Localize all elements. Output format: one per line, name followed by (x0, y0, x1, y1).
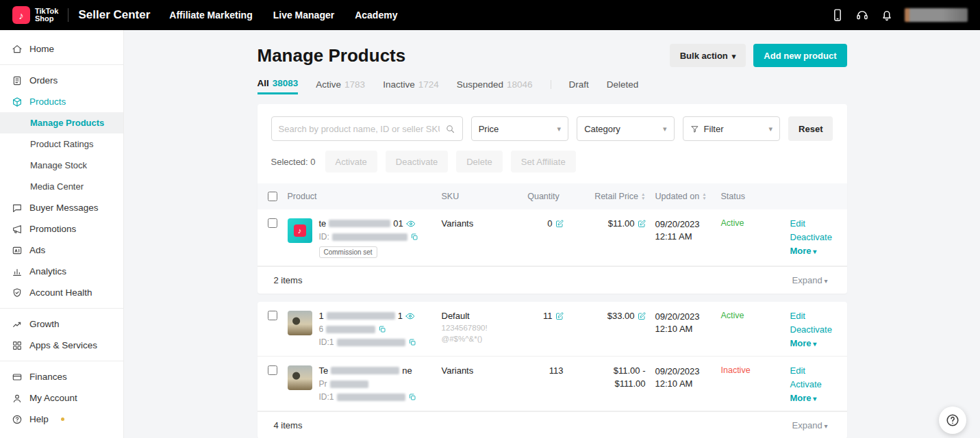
mobile-app-icon[interactable] (831, 8, 844, 22)
sidebar-item-home[interactable]: Home (0, 38, 123, 60)
select-all-checkbox[interactable] (268, 192, 277, 201)
copy-icon[interactable] (408, 338, 416, 346)
nav-live-manager[interactable]: Live Manager (273, 10, 334, 21)
seller-center-title: Seller Center (78, 8, 150, 22)
reset-button[interactable]: Reset (788, 116, 833, 141)
sidebar-label: Media Center (30, 181, 84, 192)
orders-icon (12, 75, 23, 86)
selected-label: Selected: 0 (271, 157, 316, 167)
filter-dropdown[interactable]: Filter (683, 116, 780, 141)
sidebar-item-manage-products[interactable]: Manage Products (0, 112, 123, 133)
sidebar-item-buyer-messages[interactable]: Buyer Messages (0, 197, 123, 218)
tab-active[interactable]: Active1783 (316, 74, 365, 94)
product-name: 11 (319, 311, 416, 321)
tab-inactive[interactable]: Inactive1724 (383, 74, 439, 94)
sort-icon[interactable] (702, 192, 706, 201)
product-id: ID:1 (319, 392, 416, 402)
eye-preview-icon[interactable] (406, 219, 416, 229)
add-product-label: Add new product (764, 51, 836, 61)
search-icon[interactable] (445, 124, 455, 134)
growth-icon (12, 319, 23, 330)
quantity-cell: 113 (523, 365, 565, 376)
status-tabs: All38083 Active1783 Inactive1724 Suspend… (257, 74, 847, 94)
bell-notifications-icon[interactable] (880, 8, 894, 22)
sidebar-item-promotions[interactable]: Promotions (0, 218, 123, 240)
sidebar-item-products[interactable]: Products (0, 91, 123, 112)
divider (0, 308, 123, 309)
more-link[interactable]: More (790, 393, 847, 403)
sidebar-label: Home (29, 44, 54, 54)
more-link[interactable]: More (790, 246, 847, 256)
search-input[interactable] (279, 124, 440, 134)
category-dropdown[interactable]: Category (577, 116, 674, 141)
price-dropdown[interactable]: Price (471, 116, 568, 141)
expand-toggle[interactable]: Expand (792, 420, 828, 430)
sidebar: Home Orders Products Manage Products Pro… (0, 30, 124, 438)
tab-draft[interactable]: Draft (569, 74, 589, 94)
copy-icon[interactable] (378, 325, 386, 333)
eye-preview-icon[interactable] (405, 311, 415, 321)
edit-link[interactable]: Edit (790, 365, 847, 376)
account-name-redacted[interactable] (905, 8, 968, 22)
sidebar-label: Promotions (29, 224, 76, 234)
sku-value: Default (442, 311, 523, 321)
sidebar-item-analytics[interactable]: Analytics (0, 261, 123, 282)
edit-quantity-icon[interactable] (555, 312, 564, 320)
logo-line2: Shop (35, 15, 58, 23)
headset-support-icon[interactable] (855, 8, 869, 22)
sidebar-item-growth[interactable]: Growth (0, 313, 123, 335)
row-checkbox[interactable] (268, 365, 277, 375)
top-navigation: Affiliate Marketing Live Manager Academy (169, 10, 397, 21)
card-icon (12, 372, 23, 383)
sidebar-item-apps-services[interactable]: Apps & Services (0, 335, 123, 356)
apps-grid-icon (12, 340, 23, 351)
add-new-product-button[interactable]: Add new product (753, 44, 846, 67)
tab-suspended[interactable]: Suspended18046 (457, 74, 533, 94)
sidebar-item-my-account[interactable]: My Account (0, 387, 123, 409)
tiktok-shop-logo[interactable]: ♪ TikTok Shop (12, 6, 58, 24)
sidebar-item-finances[interactable]: Finances (0, 366, 123, 387)
row-checkbox[interactable] (268, 311, 277, 320)
sidebar-item-orders[interactable]: Orders (0, 70, 123, 91)
redacted-text (337, 339, 405, 346)
tab-all[interactable]: All38083 (257, 74, 299, 94)
activate-button[interactable]: Activate (325, 151, 377, 172)
edit-price-icon[interactable] (638, 220, 646, 228)
chevron-down-icon (769, 125, 773, 133)
edit-quantity-icon[interactable] (555, 220, 564, 228)
help-floating-button[interactable] (939, 407, 966, 434)
copy-icon[interactable] (410, 233, 418, 241)
expand-toggle[interactable]: Expand (792, 275, 828, 285)
deactivate-button[interactable]: Deactivate (386, 151, 448, 172)
nav-affiliate-marketing[interactable]: Affiliate Marketing (169, 10, 252, 21)
redacted-text (330, 381, 368, 388)
row-checkbox[interactable] (268, 218, 277, 228)
product-subline: Pr (319, 379, 416, 389)
sidebar-item-account-health[interactable]: Account Health (0, 282, 123, 303)
sidebar-item-help[interactable]: Help (0, 409, 123, 430)
sidebar-item-media-center[interactable]: Media Center (0, 176, 123, 197)
sidebar-item-manage-stock[interactable]: Manage Stock (0, 155, 123, 176)
activate-link[interactable]: Activate (790, 379, 847, 389)
product-name: Tene (319, 365, 416, 376)
price-cell: $11.00 (565, 218, 646, 229)
copy-icon[interactable] (408, 393, 416, 401)
deactivate-link[interactable]: Deactivate (790, 232, 847, 242)
sidebar-label: My Account (29, 393, 77, 403)
tab-deleted[interactable]: Deleted (607, 74, 639, 94)
more-link[interactable]: More (790, 338, 847, 348)
col-retail-price: Retail Price (565, 192, 646, 201)
status-badge: Inactive (714, 365, 779, 375)
delete-button[interactable]: Delete (456, 151, 503, 172)
edit-link[interactable]: Edit (790, 311, 847, 321)
set-affiliate-button[interactable]: Set Affiliate (511, 151, 576, 172)
bulk-action-button[interactable]: Bulk action (670, 44, 746, 67)
sidebar-item-product-ratings[interactable]: Product Ratings (0, 133, 123, 155)
sidebar-item-ads[interactable]: Ads (0, 240, 123, 261)
table-row: 11 6 ID:1 Default (257, 302, 847, 357)
search-box[interactable] (271, 116, 463, 141)
nav-academy[interactable]: Academy (355, 10, 397, 21)
deactivate-link[interactable]: Deactivate (790, 324, 847, 335)
edit-price-icon[interactable] (638, 312, 646, 320)
edit-link[interactable]: Edit (790, 218, 847, 229)
